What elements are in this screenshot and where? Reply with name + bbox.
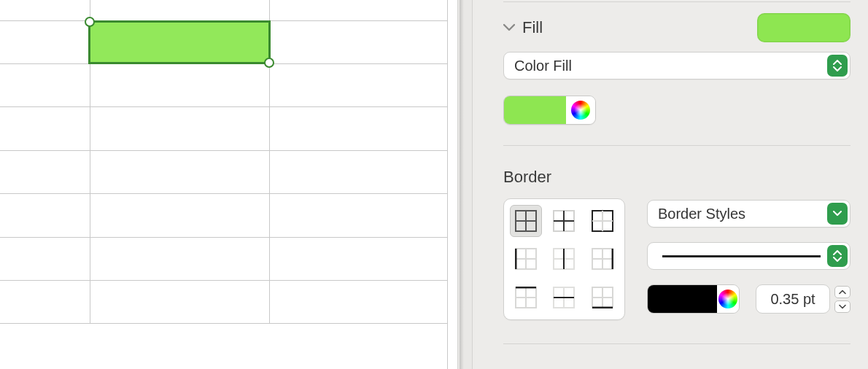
format-sidebar: Fill Color Fill Border: [473, 0, 868, 369]
fill-section: Fill Color Fill: [473, 2, 868, 125]
border-preset-left[interactable]: [510, 243, 542, 275]
updown-chevron-icon: [827, 245, 848, 267]
border-styles-value: Border Styles: [658, 206, 745, 222]
border-color-swatch: [648, 285, 717, 313]
border-line-style-select[interactable]: [647, 242, 850, 270]
chevron-down-icon[interactable]: [502, 20, 516, 35]
border-preset-grid: [503, 198, 625, 320]
border-color-control[interactable]: [647, 284, 740, 314]
color-wheel-icon: [571, 101, 590, 120]
border-preset-top[interactable]: [510, 281, 542, 314]
border-preset-right[interactable]: [586, 243, 619, 275]
fill-type-select[interactable]: Color Fill: [503, 52, 850, 79]
border-weight-field[interactable]: 0.35 pt: [756, 284, 830, 314]
stepper-up-button[interactable]: [834, 286, 850, 298]
fill-type-value: Color Fill: [514, 58, 572, 74]
border-weight-stepper[interactable]: 0.35 pt: [756, 284, 850, 314]
border-preset-horizontal[interactable]: [548, 281, 580, 314]
selected-cell[interactable]: [88, 20, 271, 64]
border-preset-inner[interactable]: [548, 205, 580, 237]
border-preset-vertical[interactable]: [548, 243, 580, 275]
gridline-horizontal: [0, 323, 448, 324]
divider: [503, 343, 850, 344]
updown-chevron-icon: [827, 55, 848, 77]
stepper-down-button[interactable]: [834, 300, 850, 313]
chevron-down-icon: [827, 203, 848, 225]
gridline-horizontal: [0, 106, 448, 107]
gridline-horizontal: [0, 280, 448, 281]
color-picker-button[interactable]: [717, 285, 739, 313]
fill-section-title: Fill: [522, 18, 543, 37]
pane-separator[interactable]: [457, 0, 473, 369]
color-wheel-icon: [718, 290, 737, 308]
border-preset-bottom[interactable]: [586, 281, 619, 314]
color-picker-button[interactable]: [566, 96, 595, 124]
fill-summary-swatch[interactable]: [757, 13, 850, 42]
gridline-horizontal: [0, 150, 448, 151]
fill-color-control[interactable]: [503, 96, 596, 125]
border-styles-select[interactable]: Border Styles: [647, 200, 850, 228]
spreadsheet-grid[interactable]: [0, 0, 456, 369]
selection-handle-top-left[interactable]: [85, 17, 95, 27]
border-section-title: Border: [503, 146, 850, 198]
border-preset-all[interactable]: [510, 205, 542, 237]
border-section: Border: [473, 146, 868, 320]
selection-handle-bottom-right[interactable]: [264, 58, 274, 68]
fill-color-swatch: [504, 96, 566, 124]
line-style-preview: [662, 255, 821, 257]
gridline-horizontal: [0, 237, 448, 238]
border-preset-outline[interactable]: [586, 205, 619, 237]
gridline-horizontal: [0, 193, 448, 194]
gridline-vertical: [447, 0, 448, 369]
